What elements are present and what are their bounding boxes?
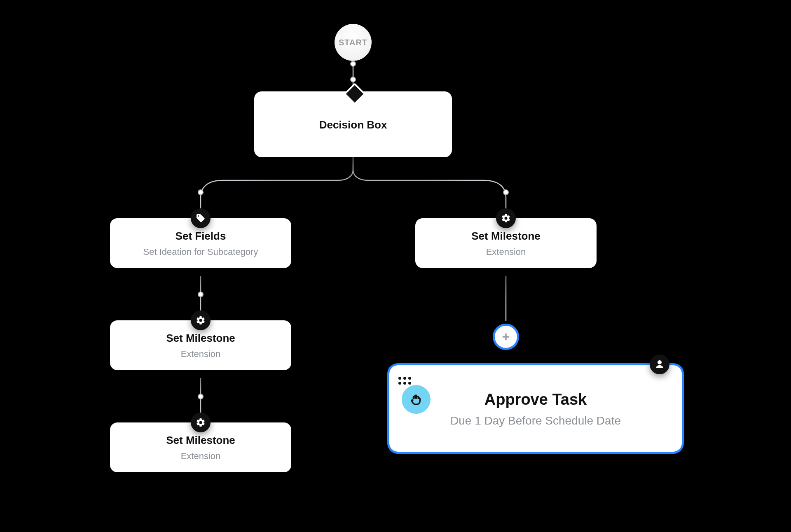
- milestone-sub: Extension: [486, 247, 526, 257]
- decision-node[interactable]: Decision Box: [254, 91, 452, 157]
- decision-title: Decision Box: [319, 119, 387, 131]
- milestone-title: Set Milestone: [166, 434, 235, 447]
- gear-icon: [191, 310, 211, 330]
- add-step-button[interactable]: [493, 324, 519, 350]
- set-milestone-node[interactable]: Set Milestone Extension: [415, 218, 597, 268]
- approve-sub: Due 1 Day Before Schedule Date: [450, 414, 621, 427]
- set-fields-node[interactable]: Set Fields Set Ideation for Subcategory: [110, 218, 291, 268]
- port: [198, 394, 204, 399]
- drag-handle-icon[interactable]: [398, 377, 411, 385]
- port: [198, 189, 204, 195]
- start-label: START: [339, 38, 367, 47]
- approve-title: Approve Task: [484, 391, 587, 408]
- milestone-sub: Extension: [181, 451, 221, 462]
- set-milestone-node[interactable]: Set Milestone Extension: [110, 320, 291, 370]
- milestone-sub: Extension: [181, 349, 221, 359]
- set-fields-title: Set Fields: [176, 230, 226, 243]
- port: [503, 189, 509, 195]
- workflow-canvas[interactable]: START Decision Box Set Fields Set Ideati…: [0, 0, 791, 532]
- gear-icon: [496, 208, 516, 228]
- approve-task-node[interactable]: Approve Task Due 1 Day Before Schedule D…: [387, 363, 684, 454]
- diamond-icon: [344, 83, 362, 101]
- set-fields-sub: Set Ideation for Subcategory: [143, 247, 258, 257]
- tag-icon: [191, 208, 211, 228]
- milestone-title: Set Milestone: [471, 230, 541, 243]
- milestone-title: Set Milestone: [166, 332, 235, 345]
- port: [198, 292, 204, 297]
- set-milestone-node[interactable]: Set Milestone Extension: [110, 422, 291, 472]
- gear-icon: [191, 413, 211, 432]
- port: [350, 77, 356, 82]
- port: [350, 61, 356, 67]
- grab-cursor-icon: [402, 385, 431, 414]
- start-node[interactable]: START: [335, 24, 372, 61]
- person-icon: [650, 355, 669, 374]
